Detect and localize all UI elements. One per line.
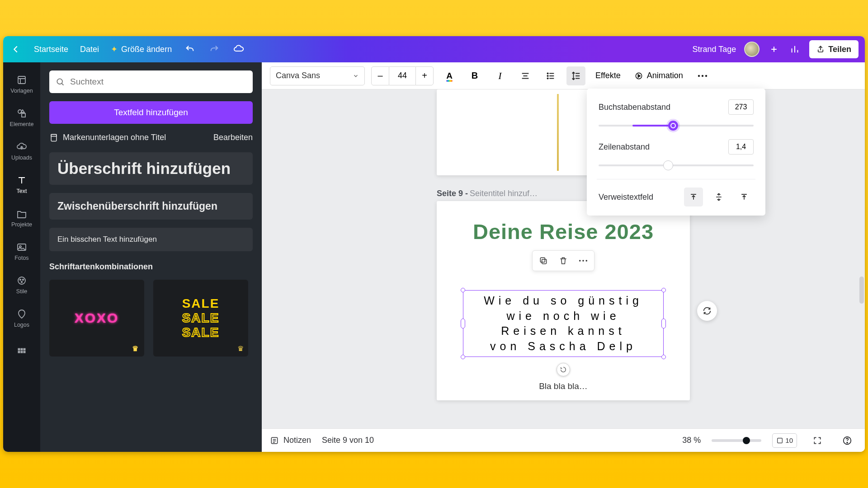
resize-handle[interactable]	[661, 355, 666, 359]
font-combo-sale[interactable]: SALE SALE SALE ♛	[153, 280, 248, 357]
page-title-input[interactable]: Seitentitel hinzuf…	[470, 189, 538, 198]
italic-button[interactable]: I	[491, 66, 509, 85]
more-button[interactable]	[693, 66, 712, 85]
resize-handle[interactable]	[661, 288, 666, 292]
svg-rect-0	[18, 76, 25, 84]
regenerate-fab[interactable]	[697, 301, 717, 321]
svg-point-19	[547, 75, 548, 76]
delete-button[interactable]	[554, 253, 572, 269]
add-body-text[interactable]: Ein bisschen Text hinzufügen	[49, 228, 253, 251]
nav-uploads[interactable]: Uploads	[3, 137, 40, 164]
search-icon	[56, 77, 65, 86]
letter-spacing-label: Buchstabenabstand	[599, 103, 670, 112]
back-icon[interactable]	[9, 43, 22, 56]
notes-button[interactable]: Notizen	[270, 436, 311, 445]
undo-icon[interactable]	[184, 43, 196, 56]
letter-spacing-input[interactable]	[728, 99, 754, 115]
zoom-value[interactable]: 38 %	[682, 436, 701, 445]
line-height-slider[interactable]	[599, 161, 754, 170]
search-input[interactable]	[49, 70, 253, 93]
nav-home[interactable]: Startseite	[34, 45, 68, 54]
share-button[interactable]: Teilen	[809, 40, 859, 58]
text-toolbar: Canva Sans – 44 + A B I	[262, 62, 865, 89]
nav-file[interactable]: Datei	[80, 45, 99, 54]
text-color-button[interactable]: A	[440, 66, 459, 85]
brand-kit-edit[interactable]: Bearbeiten	[213, 133, 253, 142]
nav-elements[interactable]: Elemente	[3, 104, 40, 131]
anchor-bottom-button[interactable]	[735, 188, 754, 206]
letter-spacing-slider[interactable]	[599, 121, 754, 130]
font-family-select[interactable]: Canva Sans	[270, 66, 365, 85]
nav-logos[interactable]: Logos	[3, 305, 40, 332]
anchor-middle-button[interactable]	[709, 188, 728, 206]
insights-icon[interactable]	[788, 43, 801, 56]
document-title[interactable]: Strand Tage	[693, 45, 736, 54]
animation-icon	[634, 71, 643, 80]
cloud-sync-icon[interactable]	[232, 43, 245, 56]
svg-point-8	[21, 282, 23, 283]
font-size-increase[interactable]: +	[415, 66, 434, 85]
svg-point-29	[585, 260, 587, 262]
brand-kit-label[interactable]: Markenunterlagen ohne Titel	[63, 133, 166, 142]
scrollbar[interactable]	[859, 277, 864, 304]
resize-handle[interactable]	[461, 355, 465, 359]
text-panel: Textfeld hinzufügen Markenunterlagen ohn…	[40, 62, 262, 452]
status-bar: Notizen Seite 9 von 10 38 % 10	[262, 428, 865, 452]
avatar[interactable]	[744, 42, 760, 57]
nav-styles[interactable]: Stile	[3, 271, 40, 298]
svg-rect-9	[18, 348, 20, 350]
rotate-handle[interactable]	[557, 363, 570, 376]
fullscreen-button[interactable]	[808, 431, 827, 450]
add-heading[interactable]: Überschrift hinzufügen	[49, 152, 253, 185]
nav-projects[interactable]: Projekte	[3, 204, 40, 231]
bold-button[interactable]: B	[465, 66, 484, 85]
resize-handle[interactable]	[661, 319, 666, 328]
svg-point-27	[579, 260, 581, 262]
svg-point-22	[698, 75, 700, 76]
search-field[interactable]	[70, 77, 246, 87]
duplicate-button[interactable]	[534, 253, 552, 269]
crown-icon: ♛	[237, 344, 244, 353]
nav-templates[interactable]: Vorlagen	[3, 70, 40, 98]
anchor-top-button[interactable]	[684, 188, 703, 206]
nav-text[interactable]: Text	[3, 171, 40, 198]
nav-more[interactable]	[3, 343, 40, 361]
selected-text-element[interactable]: Wie du so günstig wie noch wie Reisen ka…	[463, 290, 664, 357]
canvas-body-text[interactable]: Bla bla bla…	[539, 381, 588, 391]
line-height-input[interactable]	[728, 139, 754, 155]
add-subheading[interactable]: Zwischenüberschrift hinzufügen	[49, 193, 253, 220]
page-count-button[interactable]: 10	[772, 433, 797, 448]
list-button[interactable]	[541, 66, 560, 85]
spacing-button[interactable]	[566, 66, 585, 85]
page-9[interactable]: Deine Reise 2023	[437, 201, 690, 400]
page-number-label: Seite 9 -	[437, 189, 468, 198]
chevron-down-icon	[353, 73, 359, 79]
redo-icon[interactable]	[208, 43, 221, 56]
nav-resize[interactable]: ✦ Größe ändern	[111, 44, 172, 54]
nav-photos[interactable]: Fotos	[3, 238, 40, 265]
svg-rect-2	[22, 113, 25, 117]
align-button[interactable]	[516, 66, 535, 85]
help-button[interactable]	[838, 431, 857, 450]
font-size-decrease[interactable]: –	[371, 66, 389, 85]
svg-point-28	[582, 260, 584, 262]
svg-rect-13	[21, 351, 23, 353]
element-toolbar	[532, 250, 594, 271]
top-bar: Startseite Datei ✦ Größe ändern Strand	[3, 36, 865, 62]
font-size-value[interactable]: 44	[389, 66, 415, 85]
resize-handle[interactable]	[461, 288, 465, 292]
animation-button[interactable]: Animation	[631, 66, 687, 85]
zoom-slider[interactable]	[712, 439, 761, 442]
anchor-label: Verweistextfeld	[599, 192, 678, 202]
svg-rect-14	[24, 351, 25, 353]
font-combo-xoxo[interactable]: XOXO ♛	[49, 280, 144, 357]
resize-handle[interactable]	[461, 319, 465, 328]
add-textbox-button[interactable]: Textfeld hinzufügen	[49, 101, 253, 124]
element-more-button[interactable]	[574, 253, 592, 269]
add-member-icon[interactable]	[768, 43, 780, 56]
canvas-title-text[interactable]: Deine Reise 2023	[473, 219, 654, 244]
font-size-stepper: – 44 +	[371, 66, 434, 85]
svg-point-20	[547, 78, 548, 79]
effects-button[interactable]: Effekte	[592, 66, 624, 85]
svg-rect-12	[18, 351, 20, 353]
